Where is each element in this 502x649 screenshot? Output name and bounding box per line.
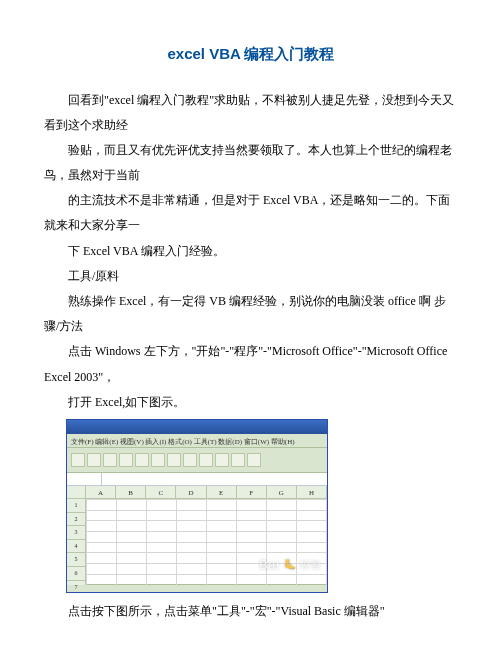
toolbar-button	[87, 453, 101, 467]
col-header: E	[207, 486, 237, 498]
baidu-watermark: Bai🦶经验	[259, 551, 321, 578]
row-header: 2	[67, 513, 85, 527]
excel-row-headers: 1 2 3 4 5 6 7 8	[67, 499, 86, 585]
page-title: excel VBA 编程入门教程	[44, 38, 458, 70]
watermark-brand: Bai	[259, 551, 279, 578]
col-header: F	[237, 486, 267, 498]
toolbar-button	[135, 453, 149, 467]
col-header: G	[267, 486, 297, 498]
toolbar-button	[71, 453, 85, 467]
body-paragraph: 回看到"excel 编程入门教程"求助贴，不料被别人捷足先登，没想到今天又看到这…	[44, 88, 458, 138]
col-header: H	[297, 486, 327, 498]
col-header: C	[146, 486, 176, 498]
row-header: 3	[67, 526, 85, 540]
row-header: 4	[67, 540, 85, 554]
toolbar-button	[231, 453, 245, 467]
select-all-corner	[67, 486, 86, 498]
body-paragraph: 的主流技术不是非常精通，但是对于 Excel VBA，还是略知一二的。下面就来和…	[44, 188, 458, 238]
body-paragraph: 熟练操作 Excel，有一定得 VB 编程经验，别说你的电脑没装 office …	[44, 289, 458, 339]
excel-screenshot: 文件(F) 编辑(E) 视图(V) 插入(I) 格式(O) 工具(T) 数据(D…	[66, 419, 328, 593]
watermark-du-icon: 🦶	[284, 554, 297, 575]
row-header: 6	[67, 567, 85, 581]
excel-toolbar	[67, 448, 327, 473]
excel-column-headers: A B C D E F G H	[67, 486, 327, 499]
watermark-suffix: 经验	[300, 554, 321, 575]
col-header: A	[86, 486, 116, 498]
toolbar-button	[199, 453, 213, 467]
body-paragraph: 下 Excel VBA 编程入门经验。	[44, 239, 458, 264]
excel-menubar: 文件(F) 编辑(E) 视图(V) 插入(I) 格式(O) 工具(T) 数据(D…	[67, 434, 327, 448]
body-paragraph: 验贴，而且又有优先评优支持当然要领取了。本人也算上个世纪的编程老鸟，虽然对于当前	[44, 138, 458, 188]
row-header: 7	[67, 581, 85, 593]
toolbar-button	[183, 453, 197, 467]
row-header: 1	[67, 499, 85, 513]
body-paragraph: 点击按下图所示，点击菜单"工具"-"宏"-"Visual Basic 编辑器"	[44, 599, 458, 624]
body-paragraph: 打开 Excel,如下图示。	[44, 390, 458, 415]
body-paragraph: 点击 Windows 左下方，"开始"-"程序"-"Microsoft Offi…	[44, 339, 458, 389]
toolbar-button	[119, 453, 133, 467]
excel-name-box	[67, 473, 102, 485]
col-header: B	[116, 486, 146, 498]
toolbar-button	[151, 453, 165, 467]
section-heading: 工具/原料	[44, 264, 458, 289]
document-page: excel VBA 编程入门教程 回看到"excel 编程入门教程"求助贴，不料…	[0, 0, 502, 649]
excel-formula-bar	[67, 473, 327, 486]
col-header: D	[176, 486, 206, 498]
row-header: 5	[67, 553, 85, 567]
toolbar-button	[247, 453, 261, 467]
toolbar-button	[215, 453, 229, 467]
excel-sheet-tabs	[67, 584, 327, 593]
toolbar-button	[103, 453, 117, 467]
excel-titlebar	[67, 420, 327, 434]
toolbar-button	[167, 453, 181, 467]
